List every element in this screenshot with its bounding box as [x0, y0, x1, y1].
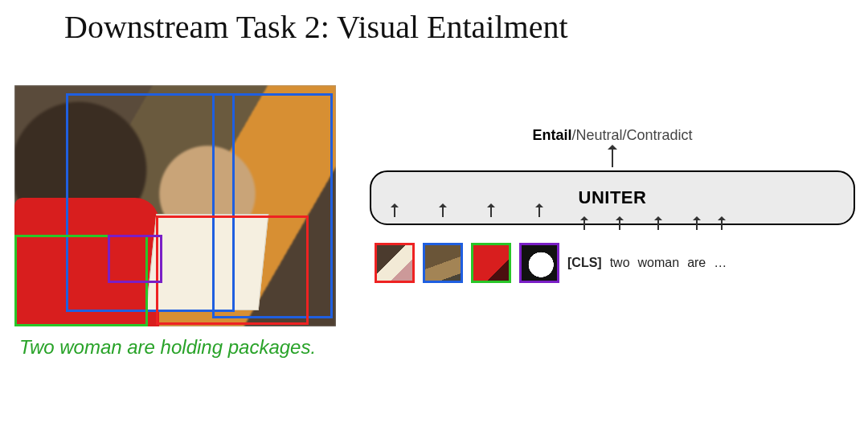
- input-row: [CLS] two woman are …: [375, 235, 850, 291]
- token-are: are: [687, 256, 706, 270]
- example-image: [14, 85, 336, 326]
- label-entail: Entail: [532, 127, 571, 143]
- model-diagram: Entail/Neutral/Contradict UNITER [CLS] t…: [370, 93, 855, 326]
- label-contradict: Contradict: [627, 127, 693, 143]
- hypothesis-caption: Two woman are holding packages.: [19, 336, 325, 359]
- thumbnail-green: [471, 243, 511, 283]
- thumbnail-blue: [423, 243, 463, 283]
- token-woman: woman: [638, 256, 680, 270]
- token-two: two: [610, 256, 630, 270]
- region-token-1: [375, 243, 415, 283]
- region-token-3: [471, 243, 511, 283]
- bbox-white-box: [108, 235, 162, 283]
- token-cls: [CLS]: [567, 256, 602, 270]
- region-token-2: [423, 243, 463, 283]
- slide-title: Downstream Task 2: Visual Entailment: [64, 8, 568, 46]
- bbox-folder: [156, 215, 309, 325]
- thumbnail-red: [375, 243, 415, 283]
- region-token-4: [519, 243, 559, 283]
- thumbnail-purple: [519, 243, 559, 283]
- token-ellipsis: …: [714, 256, 729, 270]
